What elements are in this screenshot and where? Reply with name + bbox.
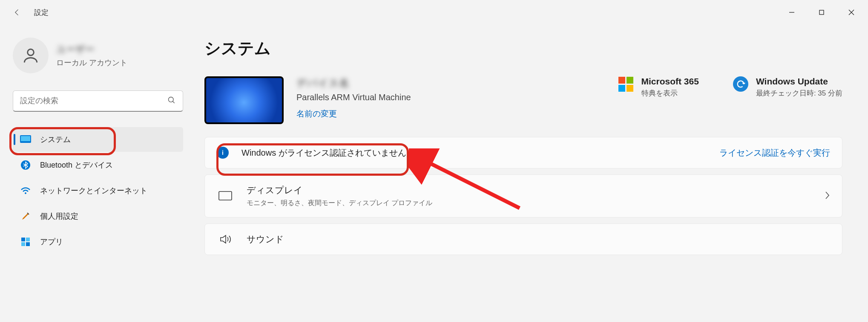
search-icon	[167, 96, 176, 106]
nav-label: Bluetooth とデバイス	[40, 160, 113, 170]
window-controls	[777, 3, 866, 22]
search-input[interactable]	[20, 96, 167, 105]
svg-point-10	[25, 192, 26, 194]
svg-rect-13	[21, 242, 25, 246]
display-icon	[217, 191, 234, 202]
nav-item-apps[interactable]: アプリ	[13, 229, 183, 254]
page-title: システム	[204, 38, 842, 59]
avatar	[13, 38, 49, 73]
nav-label: ネットワークとインターネット	[40, 186, 147, 196]
nav-item-personalization[interactable]: 個人用設定	[13, 204, 183, 229]
bluetooth-icon	[20, 159, 32, 171]
nav-label: システム	[40, 134, 71, 145]
nav-list: システム Bluetooth とデバイス ネットワークとインターネット 個人用設…	[13, 127, 183, 254]
app-title: 設定	[34, 8, 49, 17]
content-area: システム デバイス名 Parallels ARM Virtual Machine…	[192, 25, 868, 255]
card-sub: 最終チェック日時: 35 分前	[756, 88, 842, 98]
setting-title: サウンド	[247, 233, 284, 245]
account-name: ユーザー	[56, 43, 127, 56]
apps-icon	[20, 236, 32, 248]
card-microsoft365[interactable]: Microsoft 365 特典を表示	[618, 76, 699, 98]
microsoft-logo-icon	[618, 76, 634, 92]
device-model: Parallels ARM Virtual Machine	[296, 93, 411, 102]
account-type: ローカル アカウント	[56, 58, 127, 68]
maximize-button[interactable]	[807, 3, 836, 22]
sound-icon	[217, 234, 234, 245]
activation-panel[interactable]: i Windows がライセンス認証されていません。 ライセンス認証を今すぐ実行	[204, 137, 842, 168]
windows-update-icon	[733, 76, 748, 92]
brush-icon	[20, 210, 32, 222]
svg-rect-11	[21, 238, 25, 241]
account-block[interactable]: ユーザー ローカル アカウント	[13, 38, 183, 73]
svg-line-6	[173, 101, 175, 103]
activation-message: Windows がライセンス認証されていません。	[241, 147, 415, 159]
nav-item-system[interactable]: システム	[13, 127, 183, 152]
titlebar: 設定	[0, 0, 868, 25]
nav-item-bluetooth[interactable]: Bluetooth とデバイス	[13, 153, 183, 177]
setting-sub: モニター、明るさ、夜間モード、ディスプレイ プロファイル	[247, 199, 432, 208]
card-windows-update[interactable]: Windows Update 最終チェック日時: 35 分前	[733, 76, 842, 98]
system-icon	[20, 133, 32, 145]
svg-rect-8	[21, 136, 30, 141]
activate-now-link[interactable]: ライセンス認証を今すぐ実行	[719, 147, 830, 159]
setting-title: ディスプレイ	[247, 184, 432, 196]
setting-sound[interactable]: サウンド	[204, 223, 842, 255]
minimize-button[interactable]	[777, 3, 807, 22]
svg-rect-12	[26, 238, 30, 241]
card-sub: 特典を表示	[641, 88, 699, 98]
info-icon: i	[217, 147, 229, 159]
svg-rect-1	[819, 10, 824, 15]
nav-item-network[interactable]: ネットワークとインターネット	[13, 178, 183, 203]
card-title: Microsoft 365	[641, 76, 699, 87]
nav-label: 個人用設定	[40, 211, 78, 221]
device-thumbnail	[204, 76, 284, 124]
device-name: デバイス名	[296, 76, 411, 90]
svg-point-4	[28, 49, 34, 55]
svg-point-5	[169, 97, 174, 102]
back-button[interactable]	[12, 7, 22, 17]
chevron-right-icon	[824, 191, 830, 202]
wifi-icon	[20, 185, 32, 197]
svg-rect-14	[26, 242, 30, 246]
nav-label: アプリ	[40, 237, 63, 247]
search-box[interactable]	[13, 90, 183, 112]
device-summary: デバイス名 Parallels ARM Virtual Machine 名前の変…	[204, 76, 842, 124]
close-button[interactable]	[836, 3, 866, 22]
svg-rect-15	[219, 191, 232, 200]
card-title: Windows Update	[756, 76, 842, 87]
sidebar: ユーザー ローカル アカウント システム Bluetooth とデバイス	[0, 25, 192, 255]
rename-link[interactable]: 名前の変更	[296, 108, 411, 119]
setting-display[interactable]: ディスプレイ モニター、明るさ、夜間モード、ディスプレイ プロファイル	[204, 174, 842, 218]
